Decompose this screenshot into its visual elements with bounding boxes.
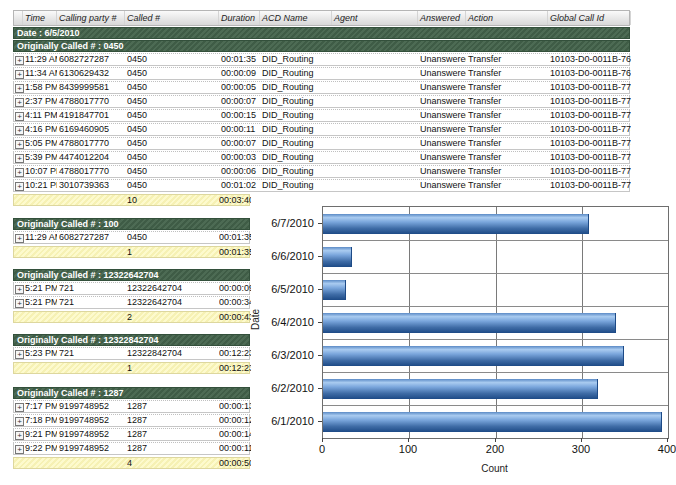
cell-calling-party: 8439999581 <box>57 82 125 93</box>
cell-global-call-id: 10103-D0-0011B-778 <box>548 152 631 163</box>
summary-total-duration: 00:00:50 <box>219 458 251 468</box>
cell-called: 12322842704 <box>125 348 219 359</box>
cell-called: 0450 <box>125 110 219 121</box>
cell-agent <box>332 96 418 107</box>
cell-called: 0450 <box>125 152 219 163</box>
cell-action: Transfer <box>466 110 548 121</box>
summary-total-duration: 00:01:35 <box>219 247 251 257</box>
cell-action: Transfer <box>466 138 548 149</box>
cell-calling-party: 6082727287 <box>57 54 125 65</box>
grid-line-horizontal <box>323 405 668 406</box>
cell-time: 5:05 PM <box>23 138 57 149</box>
table-row: +9:21 PM9199748952128700:00:14 <box>13 428 250 441</box>
bar-6/6/2010 <box>323 247 352 267</box>
bar-6/4/2010 <box>323 313 616 333</box>
summary-total-duration: 00:12:23 <box>219 363 251 373</box>
table-row: +11:29 AM6082727287045000:01:35 <box>13 231 250 244</box>
cell-time: 4:16 PM <box>23 124 57 135</box>
bar-6/1/2010 <box>323 412 662 432</box>
cell-called: 12322642704 <box>125 283 219 294</box>
cell-calling-party: 6130629432 <box>57 68 125 79</box>
expand-cell: + <box>14 348 23 359</box>
cell-duration: 00:12:23 <box>219 348 251 359</box>
expand-cell: + <box>14 138 23 149</box>
cell-duration: 00:00:05 <box>219 82 260 93</box>
cell-answered: Unanswered <box>418 96 466 107</box>
cell-acd-name: DID_Routing <box>260 82 332 93</box>
table-row: +4:16 PM6169460905045000:00:11DID_Routin… <box>13 123 630 136</box>
summary-total-duration: 00:00:43 <box>219 312 251 322</box>
bar-6/3/2010 <box>323 346 624 366</box>
column-header-answered[interactable]: Answered <box>418 11 466 25</box>
table-row: +11:34 AM6130629432045000:00:09DID_Routi… <box>13 67 630 80</box>
cell-time: 11:29 AM <box>23 54 57 65</box>
expand-cell: + <box>14 401 23 412</box>
cell-answered: Unanswered <box>418 152 466 163</box>
expand-cell: + <box>14 297 23 308</box>
cell-calling-party: 721 <box>57 283 125 294</box>
expand-cell: + <box>14 82 23 93</box>
summary-count: 2 <box>125 312 219 322</box>
cell-calling-party: 4191847701 <box>57 110 125 121</box>
x-axis-tick <box>408 438 409 442</box>
cell-agent <box>332 180 418 191</box>
x-axis-title: Count <box>322 463 667 474</box>
column-header-duration[interactable]: Duration <box>219 11 260 25</box>
chart-plot-area <box>322 206 669 439</box>
table-row: +7:18 PM9199748952128700:00:12 <box>13 414 250 427</box>
cell-agent <box>332 82 418 93</box>
cell-global-call-id: 10103-D0-0011B-768 <box>548 54 631 65</box>
group-summary-row: 100:12:23 <box>13 362 250 374</box>
y-axis-label: 6/2/2010 <box>250 381 314 395</box>
cell-duration: 00:00:14 <box>219 429 251 440</box>
column-header-agent[interactable]: Agent <box>332 11 418 25</box>
x-axis-tick-label: 200 <box>473 443 517 455</box>
table-header-row: Time Calling party # Called # Duration A… <box>13 10 630 26</box>
cell-duration: 00:00:12 <box>219 415 251 426</box>
cell-duration: 00:01:02 <box>219 180 260 191</box>
summary-count: 1 <box>125 247 219 257</box>
column-header-global-call-id[interactable]: Global Call Id <box>548 11 631 25</box>
summary-count: 1 <box>125 363 219 373</box>
cell-acd-name: DID_Routing <box>260 96 332 107</box>
cell-called: 12322642704 <box>125 297 219 308</box>
column-header-action[interactable]: Action <box>466 11 548 25</box>
cell-agent <box>332 110 418 121</box>
cell-duration: 00:00:13 <box>219 401 251 412</box>
cell-answered: Unanswered <box>418 166 466 177</box>
expand-cell: + <box>14 232 23 243</box>
x-axis-tick-label: 400 <box>645 443 676 455</box>
table-row: +9:22 PM9199748952128700:00:11 <box>13 442 250 455</box>
column-header-acd-name[interactable]: ACD Name <box>260 11 332 25</box>
cell-duration: 00:00:07 <box>219 138 260 149</box>
cell-action: Transfer <box>466 180 548 191</box>
cell-called: 0450 <box>125 68 219 79</box>
cell-calling-party: 4788017770 <box>57 96 125 107</box>
cell-agent <box>332 138 418 149</box>
column-header-calling-party[interactable]: Calling party # <box>57 11 125 25</box>
cell-answered: Unanswered <box>418 180 466 191</box>
expand-cell: + <box>14 415 23 426</box>
table-row: +5:23 PM7211232284270400:12:23 <box>13 347 250 360</box>
cell-called: 0450 <box>125 166 219 177</box>
x-axis-tick <box>495 438 496 442</box>
cell-time: 7:18 PM <box>23 415 57 426</box>
cell-global-call-id: 10103-D0-0011B-76F <box>548 68 631 79</box>
x-axis-tick <box>322 438 323 442</box>
cell-time: 4:11 PM <box>23 110 57 121</box>
cell-time: 5:21 PM <box>23 283 57 294</box>
cell-calling-party: 4788017770 <box>57 138 125 149</box>
y-axis-label: 6/5/2010 <box>250 282 314 296</box>
cell-time: 7:17 PM <box>23 401 57 412</box>
cell-called: 0450 <box>125 124 219 135</box>
originally-called-group-header: Originally Called # : 1287 <box>13 387 250 399</box>
cell-calling-party: 721 <box>57 297 125 308</box>
expand-cell: + <box>14 54 23 65</box>
cell-calling-party: 6169460905 <box>57 124 125 135</box>
table-row: +10:07 PM4788017770045000:00:06DID_Routi… <box>13 165 630 178</box>
cell-action: Transfer <box>466 82 548 93</box>
column-header-called[interactable]: Called # <box>125 11 219 25</box>
column-header-time[interactable]: Time <box>23 11 57 25</box>
cell-time: 9:22 PM <box>23 443 57 454</box>
expand-cell: + <box>14 166 23 177</box>
